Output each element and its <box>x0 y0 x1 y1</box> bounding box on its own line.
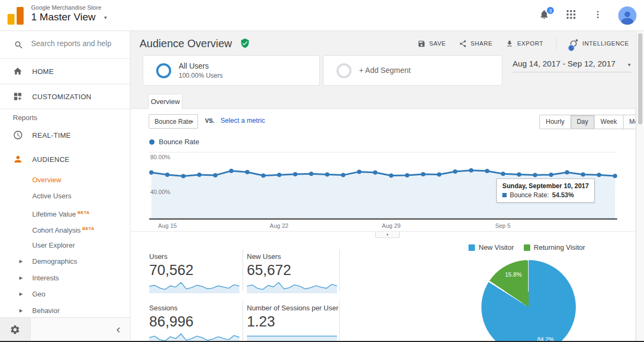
share-icon <box>459 40 467 48</box>
notification-badge: 3 <box>546 6 554 14</box>
card-divider <box>339 249 340 291</box>
sidebar: HOME CUSTOMIZATION Reports REAL-TIME AUD… <box>0 31 130 342</box>
report-toolbar: SAVE SHARE EXPORT 5 INTELLIGENCE <box>418 36 629 50</box>
visitor-type-pie-chart[interactable]: 15.8% 84.2% <box>481 260 576 341</box>
chart-legend[interactable]: Bounce Rate <box>149 138 199 146</box>
legend-swatch-icon <box>469 244 475 251</box>
tooltip-swatch-icon <box>502 193 507 197</box>
sidebar-item-active-users[interactable]: Active Users <box>0 188 130 204</box>
segment-all-users[interactable]: All Users 100.00% Users <box>143 55 320 86</box>
x-axis-tick: Aug 29 <box>382 222 401 229</box>
metric-card-sessions-per-user: Number of Sessions per User 1.23 <box>247 304 339 341</box>
gear-icon <box>10 324 20 335</box>
intelligence-badge: 5 <box>568 44 575 51</box>
analytics-app: Google Merchandise Store 1 Master View ▾… <box>0 0 644 342</box>
expand-arrow-icon: ▶ <box>19 254 23 270</box>
chevron-down-icon: ▾ <box>104 14 107 20</box>
expand-arrow-icon: ▶ <box>19 286 23 302</box>
date-range: Aug 14, 2017 - Sep 12, 2017 <box>513 59 616 68</box>
sidebar-item-home[interactable]: HOME <box>0 59 130 84</box>
sidebar-item-cohort-analysis[interactable]: Cohort AnalysisBETA <box>0 221 130 237</box>
legend-dot-icon <box>149 139 155 145</box>
scrollbar-thumb[interactable] <box>638 33 642 124</box>
select-metric-link[interactable]: Select a metric <box>221 117 265 124</box>
analytics-logo-icon <box>8 5 26 26</box>
sparkline <box>149 333 239 341</box>
sidebar-item-audience[interactable]: AUDIENCE <box>0 150 130 169</box>
report-panel: Bounce Rate ▾ vs. Select a metric Hourly… <box>130 108 636 341</box>
view-name: 1 Master View <box>31 11 96 23</box>
download-icon <box>506 40 514 48</box>
intelligence-button[interactable]: 5 INTELLIGENCE <box>569 39 629 49</box>
more-options-button[interactable] <box>591 9 604 22</box>
save-icon <box>418 40 426 48</box>
y-axis-tick: 80.00% <box>150 154 170 160</box>
sidebar-item-lifetime-value[interactable]: Lifetime ValueBETA <box>0 205 130 221</box>
tab-overview[interactable]: Overview <box>148 94 182 109</box>
reports-heading: Reports <box>13 114 38 122</box>
avatar[interactable] <box>618 6 636 25</box>
collapse-chart-button[interactable]: ▾ <box>375 232 400 238</box>
sidebar-item-customization[interactable]: CUSTOMIZATION <box>0 84 130 109</box>
segment-donut-icon <box>336 63 352 78</box>
pie-legend: New Visitor Returning Visitor <box>469 243 585 251</box>
pie-slice-label: 84.2% <box>537 336 554 341</box>
sidebar-item-real-time[interactable]: REAL-TIME <box>0 125 130 145</box>
granularity-week-button[interactable]: Week <box>595 115 623 129</box>
notifications-button[interactable]: 3 <box>538 9 551 22</box>
x-axis-tick: Sep 5 <box>495 222 511 229</box>
page-title: Audience Overview <box>140 38 232 50</box>
sidebar-item-behavior[interactable]: ▶ Behavior <box>0 303 130 319</box>
granularity-month-button[interactable]: Month <box>624 115 636 129</box>
sidebar-search <box>0 31 130 59</box>
x-axis-tick: Aug 15 <box>158 222 177 229</box>
admin-settings-button[interactable] <box>0 318 31 341</box>
vs-label: vs. <box>205 117 215 124</box>
sidebar-item-interests[interactable]: ▶ Interests <box>0 270 130 286</box>
legend-new-visitor[interactable]: New Visitor <box>469 243 514 251</box>
apps-menu-button[interactable] <box>565 9 577 22</box>
metric-card-users: Users 70,562 <box>149 252 241 293</box>
view-selector[interactable]: 1 Master View ▾ <box>31 11 107 23</box>
y-axis-tick: 40.00% <box>150 189 170 195</box>
date-range-selector[interactable]: Aug 14, 2017 - Sep 12, 2017 ▾ <box>513 59 632 72</box>
expand-arrow-icon: ▶ <box>19 270 23 286</box>
sidebar-item-overview[interactable]: Overview <box>0 172 130 188</box>
pie-slice-label: 15.8% <box>505 271 522 278</box>
home-icon <box>13 66 23 76</box>
sparkline <box>247 281 337 293</box>
granularity-control: Hourly Day Week Month <box>539 115 636 129</box>
metric-selector-dropdown[interactable]: Bounce Rate ▾ <box>149 114 198 129</box>
save-button[interactable]: SAVE <box>418 40 446 48</box>
main-content: Audience Overview SAVE SHARE EXPORT 5 <box>130 31 644 342</box>
sparkline <box>149 281 239 293</box>
sidebar-item-demographics[interactable]: ▶ Demographics <box>0 254 130 270</box>
share-button[interactable]: SHARE <box>459 40 493 48</box>
card-divider <box>243 249 243 291</box>
top-bar: Google Merchandise Store 1 Master View ▾… <box>0 0 644 31</box>
verified-shield-icon <box>240 38 250 50</box>
clock-icon <box>13 130 23 140</box>
granularity-day-button[interactable]: Day <box>571 115 595 129</box>
bounce-rate-chart[interactable]: 80.00% 40.00% Aug 15 Aug 22 Aug 29 Sep 5… <box>149 152 617 232</box>
export-button[interactable]: EXPORT <box>506 40 544 48</box>
person-icon <box>13 154 23 165</box>
intelligence-icon: 5 <box>569 39 579 49</box>
search-input[interactable] <box>31 39 122 48</box>
scrollbar-track[interactable] <box>636 31 644 341</box>
beta-badge: BETA <box>82 226 94 231</box>
toolbar-divider <box>556 38 557 49</box>
legend-returning-visitor[interactable]: Returning Visitor <box>524 243 586 251</box>
sidebar-item-user-explorer[interactable]: User Explorer <box>0 237 130 254</box>
x-axis-line <box>149 218 617 220</box>
add-segment-button[interactable]: + Add Segment <box>323 55 502 86</box>
x-axis-tick: Aug 22 <box>270 222 289 229</box>
sidebar-footer: ‹ <box>0 317 130 341</box>
legend-swatch-icon <box>524 244 530 251</box>
granularity-hourly-button[interactable]: Hourly <box>539 115 571 129</box>
card-divider <box>339 301 340 341</box>
account-label: Google Merchandise Store <box>31 4 101 11</box>
sidebar-item-geo[interactable]: ▶ Geo <box>0 286 130 302</box>
collapse-sidebar-button[interactable]: ‹ <box>116 324 120 336</box>
metric-card-sessions: Sessions 86,996 <box>149 304 241 341</box>
